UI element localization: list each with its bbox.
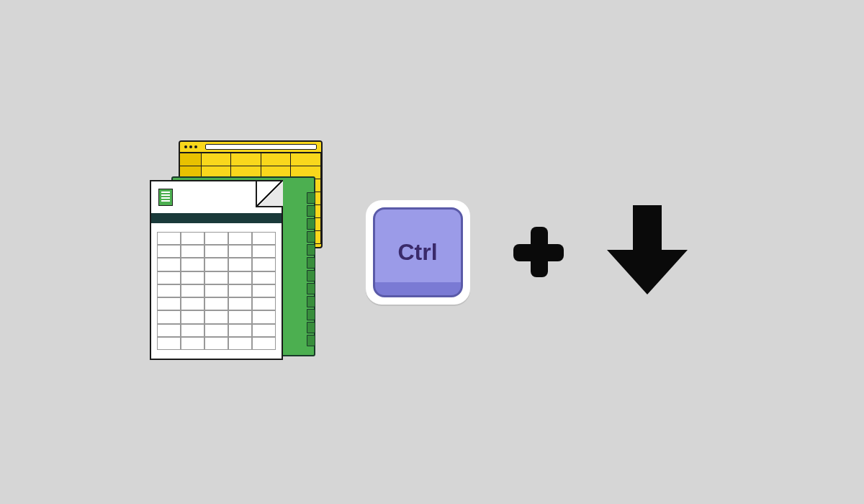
ctrl-key-label: Ctrl: [397, 239, 437, 266]
plus-icon: [513, 227, 564, 277]
spreadsheet-stack-icon: [150, 140, 323, 364]
ctrl-key-icon: Ctrl: [373, 207, 463, 297]
document-mini-icon: [158, 189, 173, 206]
arrow-down-icon: [607, 205, 686, 299]
ctrl-key-cap: Ctrl: [366, 200, 470, 305]
spreadsheet-page-icon: [150, 180, 283, 360]
